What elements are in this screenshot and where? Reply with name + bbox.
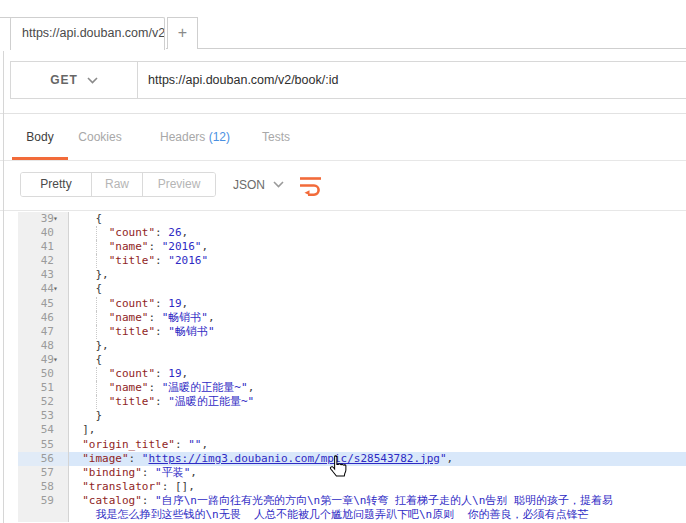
- code-token: "name": [109, 381, 149, 394]
- line-number: 54: [18, 423, 69, 437]
- code-token: :: [155, 395, 168, 408]
- line-gutter: 41: [0, 240, 69, 254]
- image-url-link[interactable]: https://img3.doubanio.com/mpic/s28543782…: [148, 452, 439, 465]
- tabstrip-bottom-border: [166, 48, 686, 49]
- code-token: :: [142, 466, 155, 479]
- code-line: 52 "title": "温暖的正能量~": [0, 395, 686, 409]
- indent-guide: [96, 297, 97, 311]
- format-selector[interactable]: JSON: [233, 172, 284, 197]
- new-tab-button[interactable]: +: [167, 17, 198, 49]
- line-gutter: 50: [0, 367, 69, 381]
- code-line: 43 },: [0, 268, 686, 282]
- tab-cookies[interactable]: Cookies: [72, 114, 128, 160]
- code-token: [69, 494, 82, 507]
- code-token: :: [155, 367, 168, 380]
- code-text: {: [69, 282, 686, 296]
- line-number: 58: [18, 480, 69, 494]
- view-raw[interactable]: Raw: [91, 173, 142, 196]
- line-number: 57: [18, 466, 69, 480]
- request-tab[interactable]: https://api.douban.com/v2: [10, 17, 165, 50]
- code-token: [69, 452, 82, 465]
- wrap-text-icon[interactable]: [299, 175, 323, 200]
- code-text: },: [69, 268, 686, 282]
- code-token: "2016": [168, 254, 208, 267]
- code-token: {: [96, 212, 103, 225]
- chevron-down-icon: [273, 181, 284, 188]
- line-gutter: 59: [0, 494, 69, 508]
- code-line: 47 "title": "畅销书": [0, 325, 686, 339]
- code-token: :: [149, 311, 162, 324]
- method-selector[interactable]: GET: [11, 62, 138, 98]
- code-token: "自序\n一路向往有光亮的方向\n第一章\n转弯 扛着梯子走的人\n告别 聪明的…: [155, 494, 613, 507]
- code-text: "image": "https://img3.doubanio.com/mpic…: [69, 452, 686, 466]
- code-line: 50 "count": 19,: [0, 367, 686, 381]
- line-number: 49: [18, 353, 69, 367]
- line-gutter: 54: [0, 423, 69, 437]
- indent-guide: [96, 395, 97, 409]
- window-left-border: [3, 51, 4, 523]
- code-token: "畅销书": [168, 325, 214, 338]
- code-token: [69, 466, 82, 479]
- line-gutter: 46: [0, 311, 69, 325]
- indent-guide: [96, 367, 97, 381]
- line-gutter: 47: [0, 325, 69, 339]
- line-number: 43: [18, 268, 69, 282]
- response-toolbar: Pretty Raw Preview JSON: [0, 161, 686, 210]
- code-token: "畅销书": [162, 311, 208, 324]
- code-line: 41 "name": "2016",: [0, 240, 686, 254]
- code-token: [69, 508, 96, 521]
- tab-body[interactable]: Body: [12, 114, 68, 160]
- code-token: {: [96, 353, 103, 366]
- code-token: [69, 254, 109, 267]
- code-token: [69, 353, 96, 366]
- line-gutter: 52: [0, 395, 69, 409]
- code-token: "温暖的正能量~": [168, 395, 254, 408]
- code-token: "name": [109, 240, 149, 253]
- line-number: 59: [18, 494, 69, 508]
- line-number: 46: [18, 311, 69, 325]
- code-token: ,: [201, 438, 208, 451]
- code-line: 53 }: [0, 409, 686, 423]
- line-gutter: 48: [0, 339, 69, 353]
- url-input[interactable]: https://api.douban.com/v2/book/:id: [138, 62, 686, 98]
- code-token: [69, 226, 109, 239]
- tab-headers[interactable]: Headers (12): [147, 114, 243, 160]
- response-tabs: Body Cookies Headers (12) Tests: [0, 114, 686, 160]
- code-text: "origin_title": "",: [69, 438, 686, 452]
- code-text: 我是怎么挣到这些钱的\n无畏 人总不能被几个尴尬问题弄趴下吧\n原则 你的善良，…: [69, 508, 686, 522]
- code-text: {: [69, 212, 686, 226]
- code-token: [69, 395, 109, 408]
- fold-arrow-icon[interactable]: ▾: [53, 353, 58, 367]
- line-gutter: 53: [0, 409, 69, 423]
- line-gutter: [0, 508, 69, 522]
- cursor-hand-icon: [329, 455, 347, 482]
- line-number: 52: [18, 395, 69, 409]
- tab-tests[interactable]: Tests: [254, 114, 298, 160]
- code-line: 48 },: [0, 339, 686, 353]
- code-line: 55 "origin_title": "",: [0, 438, 686, 452]
- code-token: "title": [109, 254, 155, 267]
- line-number: 55: [18, 438, 69, 452]
- fold-arrow-icon[interactable]: ▾: [53, 212, 58, 226]
- code-token: }: [96, 409, 103, 422]
- code-token: :: [155, 325, 168, 338]
- code-text: {: [69, 353, 686, 367]
- code-token: "温暖的正能量~": [162, 381, 248, 394]
- code-token: [69, 367, 109, 380]
- indent-guide: [96, 381, 97, 395]
- line-gutter: 45: [0, 297, 69, 311]
- fold-arrow-icon[interactable]: ▾: [53, 282, 58, 296]
- view-pretty[interactable]: Pretty: [21, 173, 91, 196]
- app-window: https://api.douban.com/v2 + GET https://…: [0, 0, 686, 523]
- line-number: 47: [18, 325, 69, 339]
- code-token: "title": [109, 325, 155, 338]
- line-number: 48: [18, 339, 69, 353]
- line-number: 45: [18, 297, 69, 311]
- line-gutter: 43: [0, 268, 69, 282]
- view-preview[interactable]: Preview: [142, 173, 215, 196]
- code-token: 我是怎么挣到这些钱的\n无畏 人总不能被几个尴尬问题弄趴下吧\n原则 你的善良，…: [96, 508, 589, 521]
- format-label: JSON: [233, 178, 265, 192]
- method-label: GET: [50, 73, 78, 87]
- line-number: 51: [18, 381, 69, 395]
- code-token: [69, 325, 109, 338]
